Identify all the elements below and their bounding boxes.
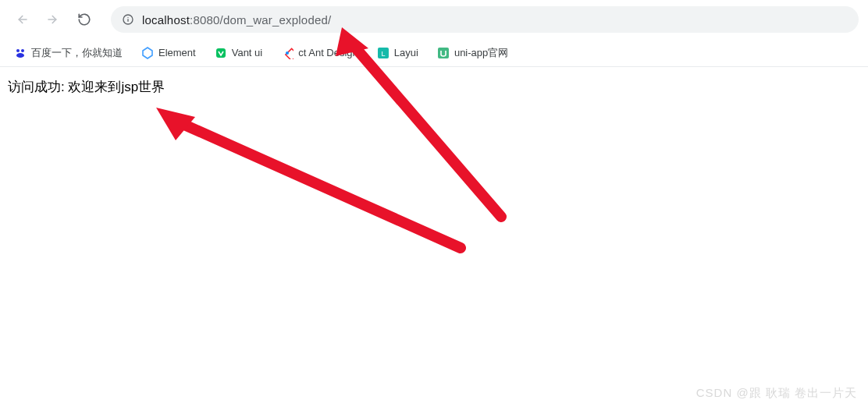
bookmark-uniapp[interactable]: uni-app官网 bbox=[434, 43, 511, 63]
layui-icon: L bbox=[377, 47, 390, 59]
vant-icon bbox=[215, 47, 227, 59]
back-button[interactable] bbox=[9, 7, 34, 32]
svg-rect-13 bbox=[438, 48, 449, 58]
svg-point-10 bbox=[286, 51, 289, 55]
bookmark-antdesign[interactable]: ct Ant Design bbox=[278, 44, 361, 62]
svg-text:L: L bbox=[381, 50, 385, 58]
svg-point-4 bbox=[127, 17, 128, 18]
svg-point-6 bbox=[21, 49, 24, 52]
address-bar[interactable]: localhost:8080/dom_war_exploded/ bbox=[111, 6, 859, 33]
watermark: CSDN @跟 耿瑞 卷出一片天 bbox=[696, 386, 857, 401]
url-host: localhost bbox=[142, 13, 190, 27]
bookmark-layui[interactable]: L Layui bbox=[374, 44, 422, 62]
browser-toolbar: localhost:8080/dom_war_exploded/ bbox=[0, 0, 868, 39]
bookmarks-bar: 百度一下，你就知道 Element Vant ui ct Ant Design … bbox=[0, 39, 868, 67]
element-icon bbox=[141, 47, 154, 59]
antd-icon bbox=[281, 47, 293, 59]
site-info-icon[interactable] bbox=[122, 13, 134, 26]
bookmark-label: 百度一下，你就知道 bbox=[31, 46, 123, 60]
success-message: 访问成功: 欢迎来到jsp世界 bbox=[8, 80, 165, 94]
page-content: 访问成功: 欢迎来到jsp世界 bbox=[0, 67, 868, 107]
bookmark-label: Vant ui bbox=[232, 47, 263, 58]
bookmark-baidu[interactable]: 百度一下，你就知道 bbox=[11, 43, 126, 63]
url-text: localhost:8080/dom_war_exploded/ bbox=[142, 13, 331, 27]
bookmark-vant[interactable]: Vant ui bbox=[212, 44, 266, 62]
bookmark-label: Element bbox=[158, 47, 196, 58]
uniapp-icon bbox=[437, 47, 450, 59]
forward-button[interactable] bbox=[41, 7, 66, 32]
bookmark-label: ct Ant Design bbox=[298, 47, 358, 58]
url-port-path: :8080/dom_war_exploded/ bbox=[190, 13, 331, 27]
bookmark-label: Layui bbox=[394, 47, 418, 58]
svg-point-7 bbox=[16, 53, 24, 58]
svg-marker-17 bbox=[156, 108, 195, 140]
baidu-icon bbox=[14, 47, 27, 59]
svg-point-5 bbox=[16, 49, 20, 52]
reload-button[interactable] bbox=[72, 7, 97, 32]
bookmark-label: uni-app官网 bbox=[454, 46, 508, 60]
svg-line-16 bbox=[176, 121, 461, 248]
bookmark-element[interactable]: Element bbox=[138, 44, 199, 62]
